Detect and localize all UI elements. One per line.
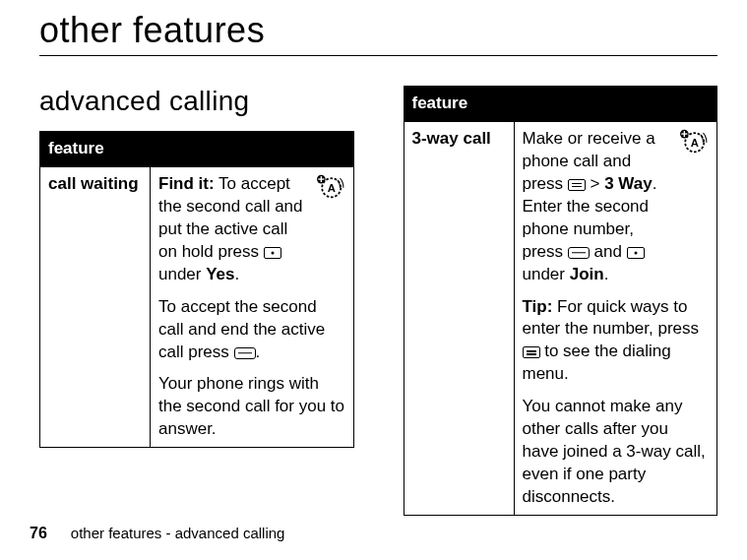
page-title: other features [39,10,717,51]
send-key-icon [568,247,590,259]
paragraph: To accept the second call and end the ac… [158,296,345,364]
carrier-dependent-icon: A [677,128,709,154]
text: . [256,342,261,361]
ui-label-3way: 3 Way [604,174,653,193]
paragraph: Your phone rings with the second call fo… [158,373,345,441]
text: to see the dialing menu. [523,342,671,383]
content-columns: advanced calling feature call waiting A [39,86,717,516]
footer-text: other features - advanced calling [71,525,285,541]
page-number: 76 [30,525,47,541]
text: under [158,265,206,283]
right-column: feature 3-way call A [404,86,718,516]
left-column: advanced calling feature call waiting A [39,86,354,448]
feature-table-left: feature call waiting A [39,131,354,448]
text: under [523,265,570,283]
end-key-icon [234,347,256,359]
table-header: feature [404,87,717,122]
text: . [235,265,240,283]
tip-label: Tip: [523,297,553,316]
table-header: feature [40,132,354,167]
row-label: 3-way call [404,121,514,515]
svg-text:A: A [327,182,335,194]
menu-key-icon [523,346,540,358]
text: and [590,242,627,261]
feature-table-right: feature 3-way call A [404,86,718,516]
row-label: call waiting [40,166,151,447]
svg-text:A: A [691,137,699,149]
find-it-label: Find it: [158,174,215,193]
paragraph: Tip: For quick ways to enter the number,… [523,296,710,387]
softkey-dot-icon [627,247,645,259]
softkey-dot-icon [264,247,281,259]
menu-key-icon [568,179,586,191]
carrier-dependent-icon: A [314,173,345,199]
text: . [604,265,609,283]
ui-label-join: Join [570,265,604,283]
page-footer: 76other features - advanced calling [30,525,284,542]
text: > [586,174,604,193]
row-content: A Find it: To accept the second call and… [151,166,354,447]
table-row: call waiting A [40,166,354,447]
row-content: A Make or receive a phone call and press [514,121,717,515]
paragraph: You cannot make any other calls after yo… [523,396,710,509]
ui-label-yes: Yes [206,265,234,283]
section-heading: advanced calling [39,86,354,117]
title-rule [39,55,717,56]
table-row: 3-way call A [404,121,717,515]
